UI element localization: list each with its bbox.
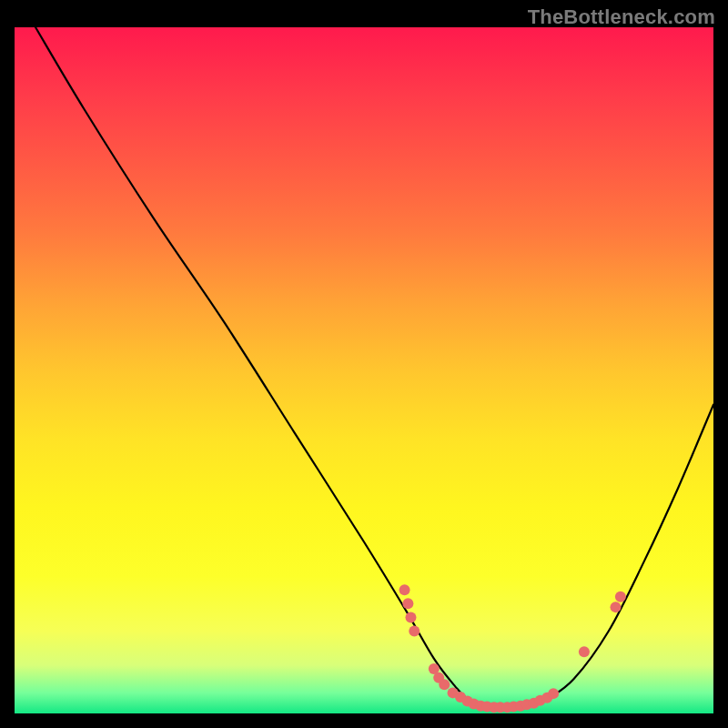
- data-point: [615, 592, 626, 602]
- plot-area: [15, 27, 713, 713]
- data-point: [439, 679, 450, 690]
- data-points-group: [399, 584, 626, 713]
- data-point: [405, 612, 416, 622]
- data-point: [610, 602, 621, 612]
- data-point: [409, 626, 420, 637]
- chart-svg: [15, 27, 713, 713]
- data-point: [402, 598, 413, 609]
- chart-container: TheBottleneck.com: [0, 0, 728, 728]
- data-point: [399, 584, 410, 595]
- data-point: [579, 646, 590, 657]
- data-point: [548, 688, 559, 699]
- watermark-text: TheBottleneck.com: [528, 5, 715, 29]
